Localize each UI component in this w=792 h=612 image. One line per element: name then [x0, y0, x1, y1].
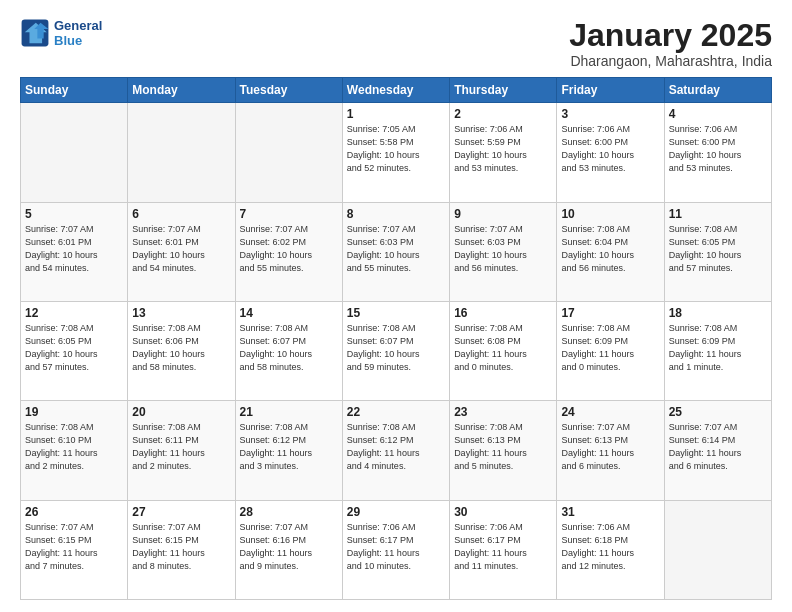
- table-row: 26Sunrise: 7:07 AM Sunset: 6:15 PM Dayli…: [21, 500, 128, 599]
- day-number: 26: [25, 505, 123, 519]
- table-row: 21Sunrise: 7:08 AM Sunset: 6:12 PM Dayli…: [235, 401, 342, 500]
- day-info: Sunrise: 7:08 AM Sunset: 6:05 PM Dayligh…: [25, 322, 123, 374]
- day-number: 1: [347, 107, 445, 121]
- day-number: 25: [669, 405, 767, 419]
- day-info: Sunrise: 7:07 AM Sunset: 6:02 PM Dayligh…: [240, 223, 338, 275]
- day-number: 22: [347, 405, 445, 419]
- day-info: Sunrise: 7:08 AM Sunset: 6:12 PM Dayligh…: [240, 421, 338, 473]
- day-number: 24: [561, 405, 659, 419]
- table-row: 5Sunrise: 7:07 AM Sunset: 6:01 PM Daylig…: [21, 202, 128, 301]
- table-row: 4Sunrise: 7:06 AM Sunset: 6:00 PM Daylig…: [664, 103, 771, 202]
- day-number: 10: [561, 207, 659, 221]
- day-info: Sunrise: 7:07 AM Sunset: 6:03 PM Dayligh…: [454, 223, 552, 275]
- calendar-week-row: 26Sunrise: 7:07 AM Sunset: 6:15 PM Dayli…: [21, 500, 772, 599]
- day-info: Sunrise: 7:07 AM Sunset: 6:13 PM Dayligh…: [561, 421, 659, 473]
- day-number: 28: [240, 505, 338, 519]
- table-row: 22Sunrise: 7:08 AM Sunset: 6:12 PM Dayli…: [342, 401, 449, 500]
- calendar-week-row: 1Sunrise: 7:05 AM Sunset: 5:58 PM Daylig…: [21, 103, 772, 202]
- calendar-title: January 2025: [569, 18, 772, 53]
- table-row: 8Sunrise: 7:07 AM Sunset: 6:03 PM Daylig…: [342, 202, 449, 301]
- table-row: [128, 103, 235, 202]
- table-row: 12Sunrise: 7:08 AM Sunset: 6:05 PM Dayli…: [21, 301, 128, 400]
- calendar-subtitle: Dharangaon, Maharashtra, India: [569, 53, 772, 69]
- day-number: 5: [25, 207, 123, 221]
- table-row: 18Sunrise: 7:08 AM Sunset: 6:09 PM Dayli…: [664, 301, 771, 400]
- day-info: Sunrise: 7:07 AM Sunset: 6:01 PM Dayligh…: [25, 223, 123, 275]
- day-number: 2: [454, 107, 552, 121]
- day-info: Sunrise: 7:07 AM Sunset: 6:01 PM Dayligh…: [132, 223, 230, 275]
- day-number: 6: [132, 207, 230, 221]
- day-number: 23: [454, 405, 552, 419]
- header-saturday: Saturday: [664, 78, 771, 103]
- day-number: 15: [347, 306, 445, 320]
- table-row: 14Sunrise: 7:08 AM Sunset: 6:07 PM Dayli…: [235, 301, 342, 400]
- calendar-week-row: 19Sunrise: 7:08 AM Sunset: 6:10 PM Dayli…: [21, 401, 772, 500]
- day-info: Sunrise: 7:06 AM Sunset: 5:59 PM Dayligh…: [454, 123, 552, 175]
- table-row: 31Sunrise: 7:06 AM Sunset: 6:18 PM Dayli…: [557, 500, 664, 599]
- calendar-table: Sunday Monday Tuesday Wednesday Thursday…: [20, 77, 772, 600]
- table-row: 13Sunrise: 7:08 AM Sunset: 6:06 PM Dayli…: [128, 301, 235, 400]
- table-row: 17Sunrise: 7:08 AM Sunset: 6:09 PM Dayli…: [557, 301, 664, 400]
- logo-icon: [20, 18, 50, 48]
- title-block: January 2025 Dharangaon, Maharashtra, In…: [569, 18, 772, 69]
- table-row: [235, 103, 342, 202]
- calendar-week-row: 5Sunrise: 7:07 AM Sunset: 6:01 PM Daylig…: [21, 202, 772, 301]
- header-sunday: Sunday: [21, 78, 128, 103]
- day-number: 21: [240, 405, 338, 419]
- day-info: Sunrise: 7:08 AM Sunset: 6:09 PM Dayligh…: [561, 322, 659, 374]
- table-row: 19Sunrise: 7:08 AM Sunset: 6:10 PM Dayli…: [21, 401, 128, 500]
- day-info: Sunrise: 7:06 AM Sunset: 6:00 PM Dayligh…: [561, 123, 659, 175]
- day-info: Sunrise: 7:08 AM Sunset: 6:12 PM Dayligh…: [347, 421, 445, 473]
- table-row: 28Sunrise: 7:07 AM Sunset: 6:16 PM Dayli…: [235, 500, 342, 599]
- day-number: 31: [561, 505, 659, 519]
- table-row: 15Sunrise: 7:08 AM Sunset: 6:07 PM Dayli…: [342, 301, 449, 400]
- table-row: 2Sunrise: 7:06 AM Sunset: 5:59 PM Daylig…: [450, 103, 557, 202]
- day-info: Sunrise: 7:07 AM Sunset: 6:15 PM Dayligh…: [132, 521, 230, 573]
- day-info: Sunrise: 7:07 AM Sunset: 6:15 PM Dayligh…: [25, 521, 123, 573]
- day-number: 3: [561, 107, 659, 121]
- table-row: 25Sunrise: 7:07 AM Sunset: 6:14 PM Dayli…: [664, 401, 771, 500]
- table-row: 3Sunrise: 7:06 AM Sunset: 6:00 PM Daylig…: [557, 103, 664, 202]
- day-info: Sunrise: 7:08 AM Sunset: 6:05 PM Dayligh…: [669, 223, 767, 275]
- day-number: 17: [561, 306, 659, 320]
- day-number: 7: [240, 207, 338, 221]
- day-number: 20: [132, 405, 230, 419]
- day-number: 30: [454, 505, 552, 519]
- day-info: Sunrise: 7:07 AM Sunset: 6:16 PM Dayligh…: [240, 521, 338, 573]
- day-number: 12: [25, 306, 123, 320]
- table-row: 6Sunrise: 7:07 AM Sunset: 6:01 PM Daylig…: [128, 202, 235, 301]
- header-tuesday: Tuesday: [235, 78, 342, 103]
- table-row: 9Sunrise: 7:07 AM Sunset: 6:03 PM Daylig…: [450, 202, 557, 301]
- day-number: 16: [454, 306, 552, 320]
- day-number: 18: [669, 306, 767, 320]
- page: General Blue January 2025 Dharangaon, Ma…: [0, 0, 792, 612]
- day-number: 14: [240, 306, 338, 320]
- day-info: Sunrise: 7:06 AM Sunset: 6:17 PM Dayligh…: [347, 521, 445, 573]
- table-row: 29Sunrise: 7:06 AM Sunset: 6:17 PM Dayli…: [342, 500, 449, 599]
- day-info: Sunrise: 7:08 AM Sunset: 6:13 PM Dayligh…: [454, 421, 552, 473]
- table-row: 30Sunrise: 7:06 AM Sunset: 6:17 PM Dayli…: [450, 500, 557, 599]
- day-number: 19: [25, 405, 123, 419]
- header: General Blue January 2025 Dharangaon, Ma…: [20, 18, 772, 69]
- day-info: Sunrise: 7:08 AM Sunset: 6:11 PM Dayligh…: [132, 421, 230, 473]
- logo-text: General Blue: [54, 18, 102, 48]
- day-number: 27: [132, 505, 230, 519]
- table-row: 27Sunrise: 7:07 AM Sunset: 6:15 PM Dayli…: [128, 500, 235, 599]
- header-monday: Monday: [128, 78, 235, 103]
- day-info: Sunrise: 7:06 AM Sunset: 6:00 PM Dayligh…: [669, 123, 767, 175]
- day-info: Sunrise: 7:08 AM Sunset: 6:04 PM Dayligh…: [561, 223, 659, 275]
- table-row: 11Sunrise: 7:08 AM Sunset: 6:05 PM Dayli…: [664, 202, 771, 301]
- day-number: 29: [347, 505, 445, 519]
- day-number: 11: [669, 207, 767, 221]
- header-thursday: Thursday: [450, 78, 557, 103]
- day-info: Sunrise: 7:08 AM Sunset: 6:07 PM Dayligh…: [347, 322, 445, 374]
- table-row: 10Sunrise: 7:08 AM Sunset: 6:04 PM Dayli…: [557, 202, 664, 301]
- day-number: 13: [132, 306, 230, 320]
- table-row: [664, 500, 771, 599]
- day-info: Sunrise: 7:07 AM Sunset: 6:03 PM Dayligh…: [347, 223, 445, 275]
- logo: General Blue: [20, 18, 102, 48]
- day-number: 8: [347, 207, 445, 221]
- header-friday: Friday: [557, 78, 664, 103]
- day-info: Sunrise: 7:08 AM Sunset: 6:06 PM Dayligh…: [132, 322, 230, 374]
- day-info: Sunrise: 7:08 AM Sunset: 6:07 PM Dayligh…: [240, 322, 338, 374]
